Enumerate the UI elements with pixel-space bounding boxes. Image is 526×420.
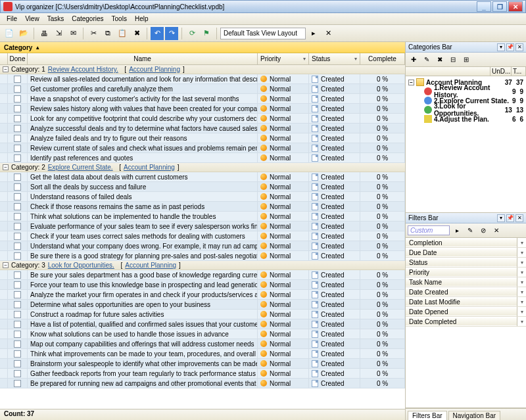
- done-checkbox[interactable]: [14, 145, 21, 152]
- panel-close-icon[interactable]: ✕: [515, 214, 523, 222]
- categories-bar-header[interactable]: Categories Bar ▾ 📌 ✕: [406, 42, 526, 53]
- group-row[interactable]: − Category: 2 Explore Current State. [ A…: [0, 163, 405, 172]
- group-by-strip[interactable]: Category ▲: [0, 42, 405, 53]
- done-checkbox[interactable]: [14, 281, 21, 289]
- tree-expand-icon[interactable]: ⊟: [447, 54, 459, 66]
- filter-row[interactable]: Task Name▾: [406, 277, 526, 287]
- dropdown-icon[interactable]: ▾: [517, 248, 526, 257]
- task-row[interactable]: Have a list of potential, qualified and …: [0, 319, 405, 329]
- done-checkbox[interactable]: [14, 213, 21, 220]
- delete-icon[interactable]: ✖: [130, 27, 143, 40]
- filter-row[interactable]: Due Date▾: [406, 248, 526, 258]
- task-row[interactable]: Be sure your sales department has a good…: [0, 270, 405, 280]
- done-checkbox[interactable]: [14, 321, 21, 328]
- task-row[interactable]: Analyze failed deals and try to figure o…: [0, 133, 405, 143]
- task-row[interactable]: Get customer profiles and carefully anal…: [0, 84, 405, 94]
- menu-tools[interactable]: Tools: [108, 14, 131, 24]
- done-checkbox[interactable]: [14, 360, 21, 367]
- done-checkbox[interactable]: [14, 311, 21, 318]
- dropdown-icon[interactable]: ▾: [354, 56, 357, 62]
- done-checkbox[interactable]: [14, 271, 21, 279]
- print-icon[interactable]: 🖶: [37, 27, 51, 40]
- task-row[interactable]: Check if those reasons remains the same …: [0, 202, 405, 212]
- task-row[interactable]: Understand what your company does wrong.…: [0, 241, 405, 251]
- task-row[interactable]: Determine what sales opportunities are o…: [0, 300, 405, 310]
- tree-item[interactable]: 1.Review Account History.99: [407, 87, 525, 96]
- collapse-icon[interactable]: −: [3, 164, 9, 170]
- task-row[interactable]: Have a snapshot of every customer's acti…: [0, 94, 405, 104]
- filter-apply-icon[interactable]: ▸: [451, 225, 463, 237]
- menu-tasks[interactable]: Tasks: [43, 14, 68, 24]
- dropdown-icon[interactable]: ▾: [517, 317, 526, 326]
- done-checkbox[interactable]: [14, 350, 21, 358]
- edit-category-icon[interactable]: ✎: [421, 54, 433, 66]
- group-row[interactable]: − Category: 3 Look for Opportunities. [ …: [0, 261, 405, 270]
- task-row[interactable]: Check if your team uses correct sales me…: [0, 231, 405, 241]
- task-row[interactable]: Think what improvements can be made to y…: [0, 349, 405, 359]
- task-row[interactable]: Brainstorm your salespeople to identify …: [0, 359, 405, 369]
- undo-icon[interactable]: ↶: [151, 27, 164, 40]
- task-row[interactable]: Be prepared for running new ad campaigns…: [0, 379, 405, 388]
- status-column[interactable]: Status▾: [309, 53, 360, 64]
- panel-pin-icon[interactable]: 📌: [506, 214, 514, 222]
- done-checkbox[interactable]: [14, 174, 21, 181]
- done-checkbox[interactable]: [14, 340, 21, 348]
- menu-categories[interactable]: Categories: [68, 14, 107, 24]
- done-checkbox[interactable]: [14, 154, 21, 162]
- task-row[interactable]: Know what solutions can be used to handl…: [0, 329, 405, 339]
- dropdown-icon[interactable]: ▾: [517, 277, 526, 287]
- tree-item[interactable]: 3.Look for Opportunities.1313: [407, 105, 525, 114]
- panel-pin-icon[interactable]: 📌: [506, 43, 514, 51]
- filter-row[interactable]: Completion▾: [406, 238, 526, 248]
- priority-column[interactable]: Priority▾: [258, 53, 309, 64]
- done-checkbox[interactable]: [14, 291, 21, 298]
- layout-selector[interactable]: [220, 28, 306, 39]
- menu-view[interactable]: View: [21, 14, 43, 24]
- maximize-button[interactable]: ❐: [492, 1, 507, 12]
- task-row[interactable]: Get the latest data about deals with cur…: [0, 172, 405, 182]
- done-checkbox[interactable]: [14, 85, 21, 93]
- filter-row[interactable]: Date Last Modifie▾: [406, 297, 526, 307]
- collapse-icon[interactable]: −: [3, 66, 9, 72]
- dropdown-icon[interactable]: ▾: [517, 238, 526, 247]
- filter-row[interactable]: Status▾: [406, 258, 526, 268]
- task-row[interactable]: Construct a roadmap for future sales act…: [0, 310, 405, 319]
- collapse-icon[interactable]: −: [3, 262, 9, 268]
- delete-category-icon[interactable]: ✖: [434, 54, 446, 66]
- done-checkbox[interactable]: [14, 95, 21, 103]
- filter-remove-icon[interactable]: ✕: [490, 225, 502, 237]
- export-icon[interactable]: ⇲: [52, 27, 65, 40]
- filters-bar-header[interactable]: Filters Bar ▾ 📌 ✕: [406, 213, 526, 223]
- done-checkbox[interactable]: [14, 125, 21, 132]
- tree-collapse-icon[interactable]: ⊞: [460, 54, 472, 66]
- filter-save-icon[interactable]: ✎: [464, 225, 476, 237]
- dropdown-icon[interactable]: ▾: [517, 307, 526, 316]
- name-column[interactable]: Name: [28, 53, 258, 64]
- layout-apply-icon[interactable]: ▸: [307, 27, 320, 40]
- tab-navigation-bar[interactable]: Navigation Bar: [448, 411, 501, 420]
- copy-icon[interactable]: ⧉: [101, 27, 114, 40]
- done-checkbox[interactable]: [14, 203, 21, 210]
- tree-collapse-icon[interactable]: −: [408, 80, 414, 85]
- task-row[interactable]: Analyze the market your firm operates in…: [0, 290, 405, 300]
- task-row[interactable]: Understand reasons of failed dealsNormal…: [0, 192, 405, 202]
- redo-icon[interactable]: ↷: [165, 27, 178, 40]
- panel-menu-icon[interactable]: ▾: [497, 214, 505, 222]
- task-row[interactable]: Review all sales-related documentation a…: [0, 74, 405, 84]
- filter-row[interactable]: Date Opened▾: [406, 307, 526, 317]
- task-row[interactable]: Be sure there is a good strategy for pla…: [0, 251, 405, 261]
- task-row[interactable]: Evaluate performance of your sales team …: [0, 222, 405, 231]
- complete-column[interactable]: Complete: [360, 53, 405, 64]
- task-row[interactable]: Force your team to use this knowledge ba…: [0, 280, 405, 290]
- dropdown-icon[interactable]: ▾: [517, 258, 526, 267]
- panel-menu-icon[interactable]: ▾: [497, 43, 505, 51]
- filter-preset-input[interactable]: [408, 225, 450, 235]
- done-checkbox[interactable]: [14, 76, 21, 83]
- dropdown-icon[interactable]: ▾: [517, 268, 526, 277]
- group-row[interactable]: − Category: 1 Review Account History. [ …: [0, 65, 405, 74]
- task-row[interactable]: Sort all the deals by success and failur…: [0, 182, 405, 192]
- new-category-icon[interactable]: ✚: [408, 54, 419, 66]
- task-row[interactable]: Look for any competitive footprint that …: [0, 114, 405, 124]
- task-row[interactable]: Identify past references and quotesNorma…: [0, 153, 405, 163]
- dropdown-icon[interactable]: ▾: [517, 297, 526, 306]
